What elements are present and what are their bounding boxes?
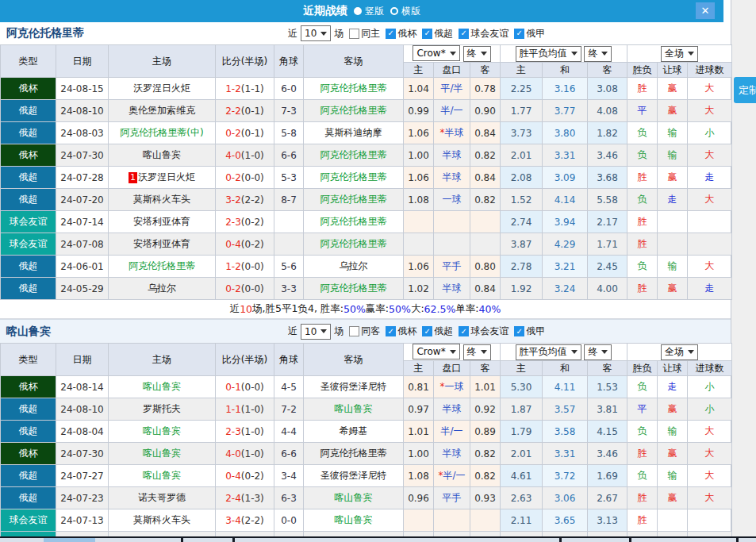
odds-home [404,211,434,233]
match-scope-select[interactable]: 全场 [661,344,698,360]
same-venue-checkbox[interactable]: 同主 [349,27,380,40]
match-scope-select[interactable]: 全场 [661,46,698,62]
avg-stage-select[interactable]: 终 [584,46,612,62]
summary-segment: 62.5% [424,303,456,315]
avg-home-odds: 1.52 [501,189,543,211]
score-cell: 2-2(0-1) [216,100,274,122]
match-date: 24-07-08 [56,233,109,256]
competition-badge: 俄超 [1,398,56,421]
fulltime-score: 2-3 [225,217,241,228]
result-goals: 大 [688,78,732,100]
team-cell: 阿克伦托格里蒂 [304,189,404,211]
odds-away: 0.78 [470,78,501,100]
section-head-rubin: 喀山鲁宾 近10场同客✓俄杯✓俄超✓球会友谊✓俄甲 [0,319,731,343]
corners [274,211,304,233]
league-checkbox[interactable]: ✓俄超 [422,325,453,338]
summary-segment: 近 [230,302,240,316]
corners: 3-3 [274,278,304,300]
league-checkbox[interactable]: ✓球会友谊 [459,27,508,40]
match-row: 球会友谊24-07-13莫斯科火车头3-4(2-2)0-0喀山鲁宾2.113.6… [1,509,732,532]
filter-suffix: 场 [334,325,343,338]
match-row: 俄超24-07-20莫斯科火车头3-2(2-2)8-7阿克伦托格里蒂1.08一球… [1,189,732,211]
checked-checkbox-icon: ✓ [459,29,469,39]
close-button[interactable]: ✕ [696,2,715,19]
team-link: 莫斯科迪纳摩 [325,127,382,138]
fulltime-score: 2-3 [225,426,241,437]
bookmaker-select[interactable]: Crow* [413,45,459,61]
handicap-line: 一球 [434,189,470,211]
chevron-down-icon [450,52,456,56]
odds-home: 1.04 [404,78,434,100]
radio-unselected-icon [390,7,398,15]
odds-away: 1.01 [470,376,501,398]
odds-away: 0.80 [470,256,501,278]
recent-results-window: 近期战绩 竖版 横版 ✕ 阿克伦托格里蒂 近10场同主✓俄杯✓俄超✓球会友谊✓俄… [0,0,731,542]
match-count-select[interactable]: 10 [301,25,331,41]
team-link: 阿克伦托格里蒂 [129,260,195,271]
team-link: 罗斯托夫 [143,403,181,414]
halftime-score: (0-0) [241,283,264,294]
team-link: 阿克伦托格里蒂 [320,216,387,227]
result-handicap: 赢 [658,443,688,465]
competition-badge: 俄杯 [1,443,56,465]
window-title: 近期战绩 [303,4,347,18]
stats-summary-akron: 近10场,胜5平1负4, 胜率:50% 赢率:50% 大:62.5% 单率:40… [0,300,731,319]
sub-column-header: 让球 [658,63,688,78]
avg-home-odds: 1.87 [501,398,543,421]
competition-badge: 球会友谊 [1,211,56,233]
filter-suffix: 场 [334,27,343,40]
match-count-select[interactable]: 10 [301,324,331,340]
handicap-line: 半/一 [434,100,470,122]
league-checkbox[interactable]: ✓俄杯 [386,27,416,40]
competition-badge: 球会友谊 [1,509,56,532]
halftime-score: (1-0) [241,426,264,437]
team-link: 诺夫哥罗德 [138,492,186,503]
odds-stage-select[interactable]: 终 [463,46,491,62]
league-checkbox[interactable]: ✓俄甲 [514,325,545,338]
background-separator [629,536,631,542]
checked-checkbox-icon: ✓ [386,29,396,39]
customize-button[interactable]: 定制 [734,77,756,103]
fulltime-score: 1-1 [225,404,241,415]
same-venue-checkbox[interactable]: 同客 [349,325,380,338]
column-header: 日期 [56,45,109,78]
match-date: 24-07-23 [56,487,109,509]
fulltime-score: 1-2 [225,83,241,94]
avg-draw-odds: 4.14 [543,189,588,211]
radio-vertical-layout[interactable]: 竖版 [354,5,384,18]
result-outcome: 胜 [627,211,658,233]
halftime-score: (0-2) [241,471,264,482]
odds-away: 0.82 [470,465,501,487]
radio-horizontal-layout[interactable]: 横版 [390,5,420,18]
corners: 6-0 [274,78,304,100]
avg-home-odds: 2.11 [501,509,543,532]
odds-source-header: Crow* 终 [404,344,501,361]
column-header: 角球 [274,45,304,78]
avg-away-odds: 2.67 [588,487,627,509]
chevron-down-icon [601,52,608,56]
odds-stage-select[interactable]: 终 [463,344,491,360]
competition-badge: 俄超 [1,465,56,487]
league-checkbox[interactable]: ✓俄超 [422,27,453,40]
avg-draw-odds: 3.58 [543,421,588,443]
avg-odds-select[interactable]: 胜平负均值 [516,46,581,62]
match-row: 俄杯24-07-30喀山鲁宾4-0(1-0)6-6阿克伦托格里蒂1.00半球0.… [1,443,732,465]
avg-away-odds: 1.69 [588,465,627,487]
league-checkbox[interactable]: ✓俄甲 [514,27,545,40]
team-name-akron: 阿克伦托格里蒂 [6,26,84,40]
league-checkbox[interactable]: ✓球会友谊 [459,325,508,338]
halftime-score: (0-1) [241,128,264,139]
corners: 0-0 [274,509,304,532]
team-cell: 乌拉尔 [304,256,404,278]
avg-stage-select[interactable]: 终 [584,344,612,360]
summary-segment: 场,胜5平1负4, 胜率: [252,302,343,316]
bookmaker-select[interactable]: Crow* [413,344,459,359]
corners [274,233,304,256]
avg-odds-select[interactable]: 胜平负均值 [516,344,581,360]
result-goals: 大 [688,144,732,167]
summary-segment: 大: [411,302,424,316]
halftime-score: (1-0) [241,150,264,161]
corners: 8-7 [274,189,304,211]
league-checkbox[interactable]: ✓俄杯 [386,325,416,338]
result-outcome: 负 [627,122,658,144]
